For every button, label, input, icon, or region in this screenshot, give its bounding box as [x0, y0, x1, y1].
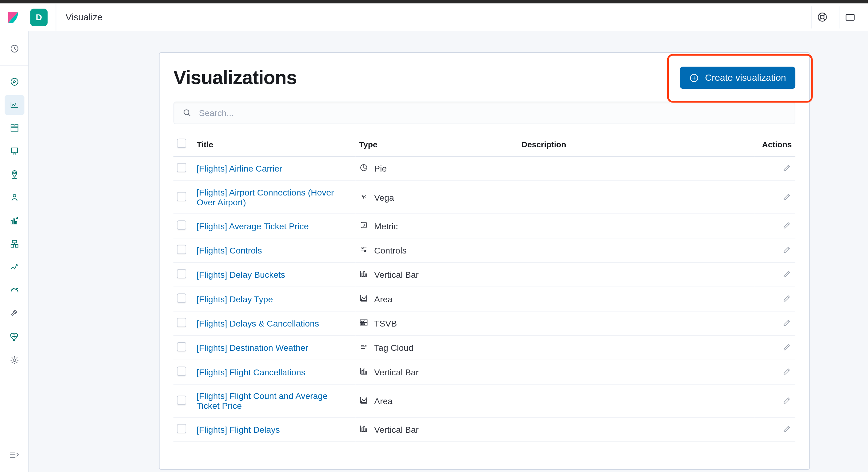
pencil-icon[interactable]	[783, 318, 792, 327]
pencil-icon[interactable]	[783, 424, 792, 433]
app-header: D Visualize	[0, 3, 868, 31]
help-button[interactable]	[811, 6, 833, 28]
type-label: Vertical Bar	[374, 367, 418, 377]
visualization-title-link[interactable]: [Flights] Average Ticket Price	[197, 221, 309, 231]
svg-line-32	[363, 194, 364, 198]
table-row: [Flights] Flight Count and Average Ticke…	[174, 384, 795, 417]
nav-visualize[interactable]	[4, 95, 24, 115]
svg-line-3	[824, 14, 825, 15]
visualization-title-link[interactable]: [Flights] Airline Carrier	[197, 164, 282, 174]
logs-icon	[9, 239, 19, 250]
nav-maps[interactable]	[4, 165, 24, 184]
nav-metrics[interactable]	[4, 211, 24, 231]
visualization-title-link[interactable]: [Flights] Airport Connections (Hover Ove…	[197, 187, 334, 207]
apm-icon	[9, 262, 19, 273]
svg-rect-20	[15, 245, 18, 247]
row-checkbox[interactable]	[177, 220, 186, 229]
compass-icon	[9, 76, 19, 87]
svg-rect-60	[366, 371, 367, 374]
space-avatar[interactable]: D	[30, 8, 48, 26]
svg-rect-16	[13, 219, 14, 224]
nav-apm[interactable]	[4, 257, 24, 277]
svg-rect-42	[364, 272, 365, 277]
pencil-icon[interactable]	[783, 269, 792, 278]
breadcrumb[interactable]: Visualize	[66, 12, 102, 22]
pencil-icon[interactable]	[783, 245, 792, 254]
pencil-icon[interactable]	[783, 342, 792, 351]
nav-dashboard[interactable]	[4, 119, 24, 138]
row-checkbox[interactable]	[177, 424, 186, 433]
row-checkbox[interactable]	[177, 192, 186, 201]
pencil-icon[interactable]	[783, 220, 792, 229]
table-row: [Flights] Delays & Cancellations TSVB	[174, 311, 795, 336]
svg-rect-11	[11, 128, 18, 131]
svg-rect-19	[11, 245, 13, 247]
collapse-icon	[9, 451, 19, 459]
search-bar[interactable]	[174, 102, 795, 124]
type-icon	[359, 293, 368, 305]
svg-rect-6	[846, 14, 854, 20]
svg-rect-17	[15, 222, 16, 224]
type-icon	[359, 163, 368, 174]
table-row: [Flights] Flight Delays Vertical Bar	[174, 417, 795, 442]
svg-point-38	[364, 250, 366, 252]
visualization-title-link[interactable]: [Flights] Delay Type	[197, 294, 273, 304]
svg-rect-48	[361, 323, 362, 324]
visualization-title-link[interactable]: [Flights] Delays & Cancellations	[197, 319, 319, 328]
svg-rect-9	[11, 125, 14, 127]
row-checkbox[interactable]	[177, 293, 186, 303]
nav-dev-tools[interactable]	[4, 304, 24, 323]
visualization-title-link[interactable]: [Flights] Controls	[197, 245, 262, 255]
col-header-title[interactable]: Title	[193, 132, 355, 156]
type-icon	[359, 245, 368, 256]
visualization-title-link[interactable]: [Flights] Delay Buckets	[197, 270, 285, 280]
metrics-icon	[9, 216, 19, 226]
row-checkbox[interactable]	[177, 395, 186, 405]
select-all-checkbox[interactable]	[177, 139, 186, 148]
pencil-icon[interactable]	[783, 293, 792, 303]
nav-recent[interactable]	[4, 39, 24, 59]
nav-canvas[interactable]	[4, 141, 24, 161]
chart-line-icon	[9, 100, 19, 110]
table-row: [Flights] Average Ticket Price 8Metric	[174, 214, 795, 238]
row-checkbox[interactable]	[177, 245, 186, 254]
type-label: Tag Cloud	[374, 343, 413, 353]
visualization-title-link[interactable]: [Flights] Destination Weather	[197, 343, 308, 353]
nav-management[interactable]	[4, 350, 24, 370]
row-checkbox[interactable]	[177, 342, 186, 351]
visualization-title-link[interactable]: [Flights] Flight Cancellations	[197, 367, 306, 377]
create-button-label: Create visualization	[705, 72, 786, 83]
pencil-icon[interactable]	[783, 192, 792, 201]
nav-discover[interactable]	[4, 72, 24, 91]
pencil-icon[interactable]	[783, 367, 792, 376]
nav-collapse[interactable]	[4, 445, 24, 465]
type-label: Vertical Bar	[374, 424, 418, 434]
svg-rect-50	[364, 324, 365, 325]
kibana-logo-icon[interactable]	[7, 11, 20, 24]
visualization-title-link[interactable]: [Flights] Flight Delays	[197, 424, 280, 434]
pencil-icon[interactable]	[783, 163, 792, 172]
search-input[interactable]	[199, 108, 787, 118]
nav-monitoring[interactable]	[4, 327, 24, 347]
row-checkbox[interactable]	[177, 163, 186, 172]
table-row: [Flights] Controls Controls	[174, 238, 795, 262]
nav-uptime[interactable]	[4, 281, 24, 301]
visualization-title-link[interactable]: [Flights] Flight Count and Average Ticke…	[197, 391, 328, 411]
nav-logs[interactable]	[4, 234, 24, 254]
row-checkbox[interactable]	[177, 367, 186, 376]
row-checkbox[interactable]	[177, 269, 186, 278]
nav-ml[interactable]	[4, 188, 24, 208]
create-visualization-button[interactable]: Create visualization	[680, 67, 795, 89]
type-icon: 8	[359, 220, 368, 231]
type-icon	[359, 395, 368, 406]
pencil-icon[interactable]	[783, 395, 792, 405]
type-icon	[359, 367, 368, 377]
row-checkbox[interactable]	[177, 318, 186, 327]
type-label: Area	[374, 294, 393, 304]
newsfeed-button[interactable]	[839, 6, 861, 28]
col-header-description[interactable]: Description	[518, 132, 755, 156]
col-header-type[interactable]: Type	[356, 132, 518, 156]
svg-point-21	[16, 264, 17, 266]
type-icon	[359, 318, 368, 329]
lifebuoy-icon	[817, 12, 828, 23]
